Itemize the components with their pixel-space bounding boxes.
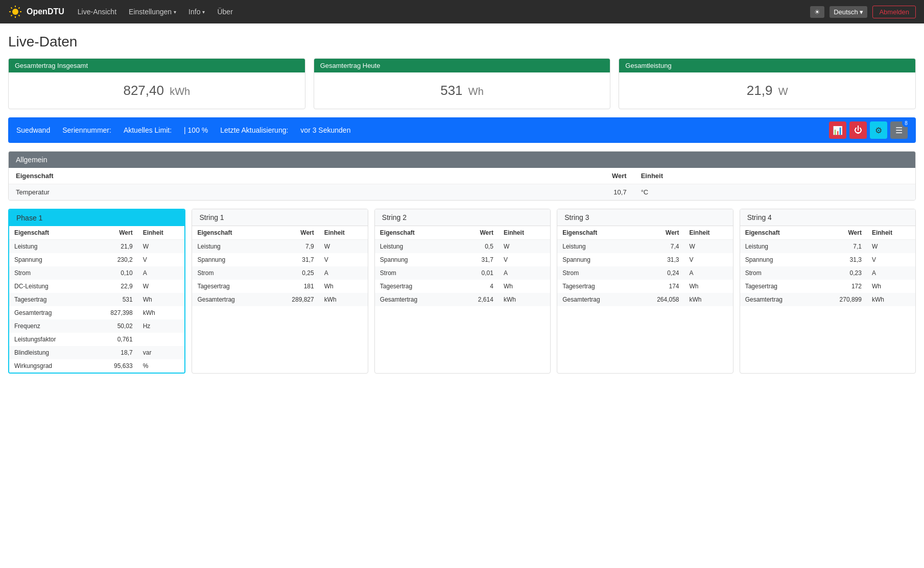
unit-cell: W — [499, 240, 550, 254]
value-cell: 0,10 — [88, 266, 138, 280]
table-row: Gesamtertrag 2,614 kWh — [375, 293, 550, 306]
property-cell: Gesamtertrag — [9, 306, 88, 319]
unit-cell: kWh — [867, 293, 915, 306]
nav-live[interactable]: Live-Ansicht — [73, 6, 122, 18]
summary-card-power: Gesamtleistung 21,9 W — [619, 58, 916, 109]
table-row: Strom 0,23 A — [740, 266, 915, 280]
table-row: Leistung 7,9 W — [192, 240, 367, 254]
table-row: Temperatur 10,7 °C — [9, 184, 915, 201]
svg-line-7 — [18, 8, 19, 9]
table-row: Gesamtertrag 289,827 kWh — [192, 293, 367, 306]
property-cell: Tagesertrag — [375, 280, 456, 293]
nav-info[interactable]: Info ▾ — [183, 6, 210, 18]
unit-cell: kWh — [319, 293, 368, 306]
unit-cell: Wh — [138, 293, 185, 306]
unit-cell: V — [319, 253, 368, 266]
unit-cell: W — [867, 240, 915, 254]
language-select[interactable]: Deutsch ▾ — [830, 6, 867, 18]
inverter-log-button[interactable]: ☰ 8 — [890, 121, 908, 139]
unit-cell: kWh — [499, 293, 550, 306]
value-cell: 0,5 — [455, 240, 498, 254]
general-col-property: Eigenschaft — [9, 168, 410, 184]
unit-cell — [138, 333, 185, 346]
value-cell: 31,7 — [455, 253, 498, 266]
string-col-value: Wert — [816, 226, 867, 240]
sun-icon — [8, 5, 22, 19]
summary-row: Gesamtertrag Insgesamt 827,40 kWh Gesamt… — [8, 58, 916, 109]
value-cell: 31,3 — [633, 253, 684, 266]
total-yield-unit: kWh — [170, 86, 190, 97]
summary-card-today-yield: Gesamtertrag Heute 531 Wh — [314, 58, 611, 109]
logout-button[interactable]: Abmelden — [872, 6, 916, 18]
string-col-property: Eigenschaft — [740, 226, 816, 240]
property-cell: Strom — [557, 266, 633, 280]
unit-cell: kWh — [138, 306, 185, 319]
value-cell: 22,9 — [88, 280, 138, 293]
value-cell: 21,9 — [88, 240, 138, 254]
phase1-header: Phase 1 — [9, 210, 184, 226]
today-yield-value: 531 — [440, 83, 462, 98]
svg-line-6 — [18, 15, 19, 16]
summary-card-today-yield-header: Gesamtertrag Heute — [314, 59, 610, 72]
value-cell: 31,7 — [268, 253, 319, 266]
chevron-down-icon: ▾ — [202, 9, 205, 15]
brand: OpenDTU — [8, 5, 64, 19]
table-row: Gesamtertrag 827,398 kWh — [9, 306, 184, 319]
inverter-graph-button[interactable]: 📊 — [829, 121, 846, 139]
property-cell: Tagesertrag — [192, 280, 268, 293]
unit-cell: V — [867, 253, 915, 266]
property-cell: Leistung — [740, 240, 816, 254]
property-cell: Gesamtertrag — [375, 293, 456, 306]
general-col-value: Wert — [410, 168, 634, 184]
value-cell: 827,398 — [88, 306, 138, 319]
unit-cell: Hz — [138, 319, 185, 333]
value-cell: 0,23 — [816, 266, 867, 280]
power-unit: W — [778, 86, 788, 97]
general-section-body: Eigenschaft Wert Einheit Temperatur 10,7… — [9, 168, 915, 200]
property-cell: Spannung — [740, 253, 816, 266]
nav-settings[interactable]: Einstellungen ▾ — [124, 6, 181, 18]
inverter-settings-button[interactable]: ⚙ — [870, 121, 887, 139]
table-row: Wirkungsgrad 95,633 % — [9, 359, 184, 373]
property-cell: Leistung — [375, 240, 456, 254]
value-cell: 270,899 — [816, 293, 867, 306]
nav-about[interactable]: Über — [212, 6, 238, 18]
string2-card: String 2 Eigenschaft Wert Einheit Leistu… — [374, 209, 551, 374]
value-cell: 2,614 — [455, 293, 498, 306]
general-section: Allgemein Eigenschaft Wert Einheit Tempe… — [8, 151, 916, 201]
svg-line-8 — [11, 15, 12, 16]
string-header: String 2 — [375, 209, 550, 226]
unit-cell: V — [684, 253, 733, 266]
property-cell: Wirkungsgrad — [9, 359, 88, 373]
value-cell: 0,01 — [455, 266, 498, 280]
unit-cell: A — [867, 266, 915, 280]
property-cell: Leistung — [9, 240, 88, 254]
table-row: DC-Leistung 22,9 W — [9, 280, 184, 293]
inverter-update-value: vor 3 Sekunden — [300, 126, 350, 134]
property-cell: DC-Leistung — [9, 280, 88, 293]
unit-cell: V — [138, 253, 185, 266]
value-cell: 7,1 — [816, 240, 867, 254]
total-yield-value: 827,40 — [123, 83, 164, 98]
svg-point-0 — [12, 9, 18, 15]
unit-cell: A — [684, 266, 733, 280]
unit-cell: Wh — [499, 280, 550, 293]
table-row: Spannung 230,2 V — [9, 253, 184, 266]
table-row: Gesamtertrag 270,899 kWh — [740, 293, 915, 306]
table-row: Tagesertrag 531 Wh — [9, 293, 184, 306]
value-cell: 7,4 — [633, 240, 684, 254]
general-col-unit: Einheit — [634, 168, 915, 184]
svg-line-5 — [11, 8, 12, 9]
table-row: Gesamtertrag 264,058 kWh — [557, 293, 732, 306]
chevron-down-icon: ▾ — [174, 9, 176, 15]
property-cell: Spannung — [375, 253, 456, 266]
theme-toggle-button[interactable]: ☀ — [810, 6, 824, 18]
table-row: Spannung 31,7 V — [192, 253, 367, 266]
inverter-power-button[interactable]: ⏻ — [849, 121, 867, 139]
unit-cell: W — [684, 240, 733, 254]
string-col-property: Eigenschaft — [192, 226, 268, 240]
general-section-header: Allgemein — [9, 152, 915, 168]
summary-card-total-yield-body: 827,40 kWh — [9, 72, 305, 109]
phase1-col-property: Eigenschaft — [9, 226, 88, 240]
unit-cell: W — [138, 240, 185, 254]
